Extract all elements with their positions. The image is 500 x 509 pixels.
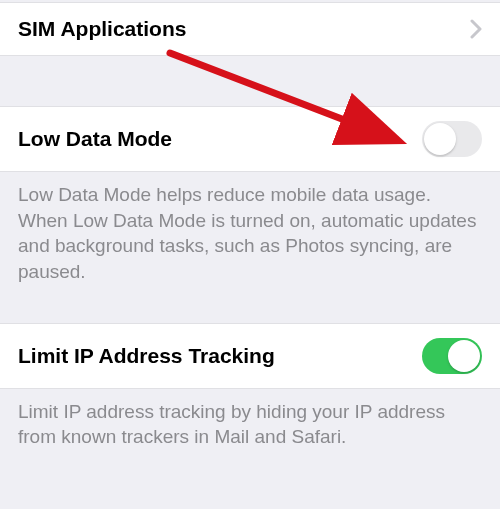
sim-applications-label: SIM Applications (18, 17, 186, 41)
limit-ip-tracking-label: Limit IP Address Tracking (18, 344, 275, 368)
toggle-knob-icon (424, 123, 456, 155)
low-data-mode-description: Low Data Mode helps reduce mobile data u… (0, 172, 500, 299)
low-data-mode-toggle[interactable] (422, 121, 482, 157)
limit-ip-tracking-row: Limit IP Address Tracking (0, 323, 500, 389)
limit-ip-tracking-toggle[interactable] (422, 338, 482, 374)
low-data-mode-row: Low Data Mode (0, 106, 500, 172)
toggle-knob-icon (448, 340, 480, 372)
low-data-mode-label: Low Data Mode (18, 127, 172, 151)
limit-ip-tracking-description: Limit IP address tracking by hiding your… (0, 389, 500, 464)
chevron-right-icon (470, 19, 482, 39)
sim-applications-row[interactable]: SIM Applications (0, 2, 500, 56)
